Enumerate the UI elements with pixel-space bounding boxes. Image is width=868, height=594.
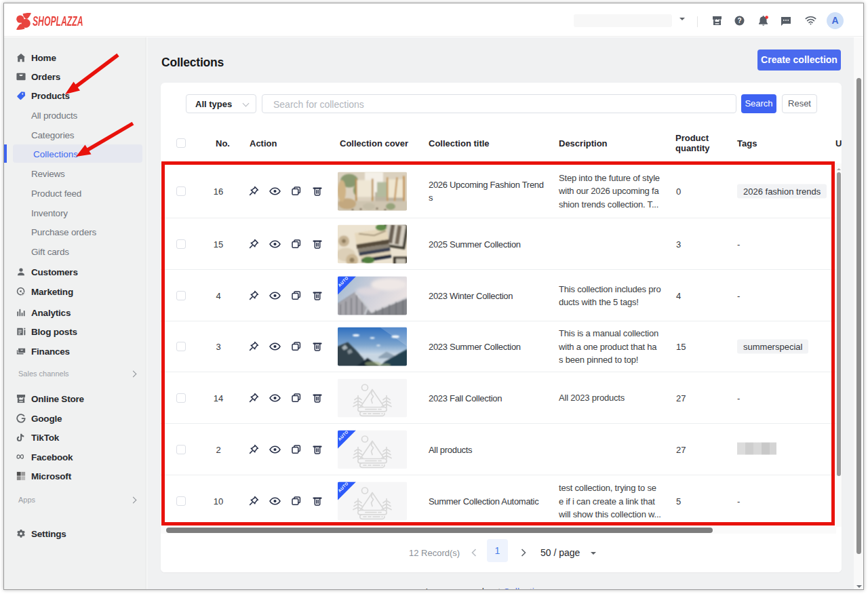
svg-text:?: ? xyxy=(737,17,741,24)
